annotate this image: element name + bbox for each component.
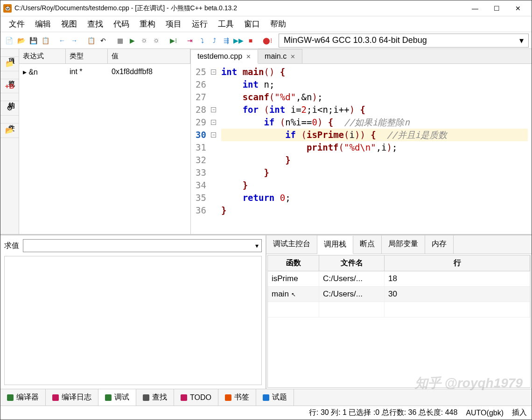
watch-panel: 表达式 类型 值 ▸ &nint *0x1f8ddffbf8 xyxy=(19,49,191,234)
bottom-tab[interactable]: 调试 xyxy=(98,389,136,406)
code-line[interactable]: for (int i=2;i<n;i++) { xyxy=(221,103,528,116)
tab-icon xyxy=(105,394,112,401)
bottom-tab[interactable]: 试题 xyxy=(256,389,294,406)
watch-header-expr[interactable]: 表达式 xyxy=(19,49,66,63)
undo-button[interactable]: ↶ xyxy=(98,35,109,46)
bottom-tab[interactable]: 编译日志 xyxy=(46,389,98,406)
menu-文件[interactable]: 文件 xyxy=(4,17,29,31)
menu-视图[interactable]: 视图 xyxy=(56,17,82,31)
debug-tab[interactable]: 局部变量 xyxy=(382,235,425,254)
statusbar: 行: 30 列: 1 已选择 :0 总行数: 36 总长度: 448 AUTO(… xyxy=(0,406,532,420)
app-icon: 🐼 xyxy=(3,4,12,13)
code-line[interactable]: scanf("%d",&n); xyxy=(221,91,528,103)
continue-button[interactable]: ▶▶ xyxy=(233,35,244,46)
new-file-button[interactable]: 📄 xyxy=(3,35,14,46)
step-into-button[interactable]: ⤵ xyxy=(196,35,208,46)
breakpoint-button[interactable]: ⬤⁞ xyxy=(262,35,273,46)
compile-run-button[interactable]: ⛭ xyxy=(139,35,150,46)
window-title: C:/Users/Roy/Documents/testdemo.cpp - [正… xyxy=(14,4,464,13)
back-button[interactable]: ← xyxy=(56,35,68,46)
code-line[interactable]: int n; xyxy=(221,78,528,91)
debug-tab[interactable]: 内存 xyxy=(425,235,454,254)
menu-窗口[interactable]: 窗口 xyxy=(239,17,265,31)
watch-row[interactable]: ▸ &nint *0x1f8ddffbf8 xyxy=(19,64,190,80)
cs-header-func[interactable]: 函数 xyxy=(268,255,319,271)
callstack-table: 函数 文件名 行 isPrimeC:/Users/...18main ↖C:/U… xyxy=(267,255,531,388)
close-icon[interactable]: ✕ xyxy=(246,53,251,60)
step-over-button[interactable]: ⇥ xyxy=(184,35,196,46)
code-line[interactable]: return 0; xyxy=(221,192,528,204)
tab-icon xyxy=(263,394,269,401)
menu-帮助[interactable]: 帮助 xyxy=(266,17,291,31)
code-line[interactable]: } xyxy=(221,166,528,179)
menu-运行[interactable]: 运行 xyxy=(187,17,212,31)
cs-header-line[interactable]: 行 xyxy=(385,255,530,271)
rebuild-button[interactable]: ⛭ xyxy=(151,35,162,46)
left-sidebar: 项目 📁 监视 +B 结构 ⚙ 文件 📂 xyxy=(0,49,19,234)
code-line[interactable]: if (n%i==0) { //如果i能整除n xyxy=(221,116,528,129)
menu-代码[interactable]: 代码 xyxy=(109,17,134,31)
bottom-tabs: 编译器编译日志调试查找TODO书签试题 xyxy=(0,389,532,406)
copy-button[interactable]: 📋 xyxy=(85,35,97,46)
cs-header-file[interactable]: 文件名 xyxy=(319,255,385,271)
code-line[interactable]: if (isPrime(i)) { //并且i是质数 xyxy=(221,129,528,141)
code-line[interactable]: } xyxy=(221,179,528,192)
menu-编辑[interactable]: 编辑 xyxy=(30,17,56,31)
maximize-button[interactable]: ☐ xyxy=(486,1,507,16)
debug-button[interactable]: ▶⁞ xyxy=(168,35,179,46)
callstack-row[interactable]: main ↖C:/Users/...30 xyxy=(268,287,530,302)
chevron-down-icon: ▾ xyxy=(255,242,259,249)
debug-tab[interactable]: 断点 xyxy=(353,235,382,254)
menu-工具[interactable]: 工具 xyxy=(213,17,238,31)
debug-tabs: 调试主控台调用栈断点局部变量内存 xyxy=(266,235,532,254)
save-button[interactable]: 💾 xyxy=(28,35,39,46)
callstack-row[interactable]: isPrimeC:/Users/...18 xyxy=(268,271,530,287)
code-line[interactable]: int main() { xyxy=(221,66,528,78)
bottom-tab[interactable]: 编译器 xyxy=(0,389,46,406)
save-all-button[interactable]: 📋 xyxy=(40,35,51,46)
eval-label: 求值 xyxy=(4,241,19,251)
sidebar-tab-structure[interactable]: 结构 xyxy=(0,93,19,101)
debug-tab[interactable]: 调用栈 xyxy=(317,236,353,254)
add-breakpoint-icon[interactable]: +B xyxy=(0,79,19,93)
code-line[interactable]: } xyxy=(221,204,528,217)
compiler-select[interactable]: MinGW-w64 GCC 10.3.0 64-bit Debug ▾ xyxy=(279,34,529,48)
minimize-button[interactable]: — xyxy=(464,1,486,16)
sidebar-tab-project[interactable]: 项目 xyxy=(0,49,19,57)
sidebar-tab-watch[interactable]: 监视 xyxy=(0,71,19,79)
folder-icon[interactable]: 📁 xyxy=(0,57,19,71)
eval-input[interactable]: ▾ xyxy=(23,239,262,252)
tab-icon xyxy=(7,394,14,401)
menu-项目[interactable]: 项目 xyxy=(161,17,186,31)
open-button[interactable]: 📂 xyxy=(15,35,27,46)
editor-tab[interactable]: testdemo.cpp✕ xyxy=(191,49,258,64)
close-icon[interactable]: ✕ xyxy=(290,53,295,60)
watch-header-type[interactable]: 类型 xyxy=(66,49,108,63)
tab-icon xyxy=(52,394,59,401)
close-button[interactable]: ✕ xyxy=(507,1,529,16)
status-position: 行: 30 列: 1 已选择 :0 总行数: 36 总长度: 448 xyxy=(309,408,457,418)
files-icon[interactable]: 📂 xyxy=(0,124,19,138)
debug-tab[interactable]: 调试主控台 xyxy=(266,235,317,254)
bottom-tab[interactable]: TODO xyxy=(174,389,218,406)
tab-icon xyxy=(181,394,187,401)
code-editor[interactable]: 252627282930313233343536 −−−− int main()… xyxy=(191,64,532,234)
forward-button[interactable]: → xyxy=(69,35,80,46)
run-to-cursor-button[interactable]: ⇶ xyxy=(221,35,232,46)
code-line[interactable]: printf("%d\n",i); xyxy=(221,141,528,154)
run-button[interactable]: ▶ xyxy=(126,35,138,46)
sidebar-tab-files[interactable]: 文件 xyxy=(0,116,19,124)
tab-icon xyxy=(225,394,231,401)
menu-查找[interactable]: 查找 xyxy=(83,17,108,31)
compile-button[interactable]: ▦ xyxy=(114,35,126,46)
step-out-button[interactable]: ⤴ xyxy=(209,35,220,46)
structure-icon[interactable]: ⚙ xyxy=(0,101,19,116)
menu-重构[interactable]: 重构 xyxy=(135,17,160,31)
bottom-tab[interactable]: 书签 xyxy=(218,389,256,406)
code-line[interactable]: } xyxy=(221,154,528,166)
bottom-tab[interactable]: 查找 xyxy=(136,389,174,406)
menubar: 文件编辑视图查找代码重构项目运行工具窗口帮助 xyxy=(0,16,532,32)
stop-button[interactable]: ■ xyxy=(245,35,256,46)
watch-header-value[interactable]: 值 xyxy=(108,49,190,63)
editor-tab[interactable]: main.c✕ xyxy=(258,49,302,63)
